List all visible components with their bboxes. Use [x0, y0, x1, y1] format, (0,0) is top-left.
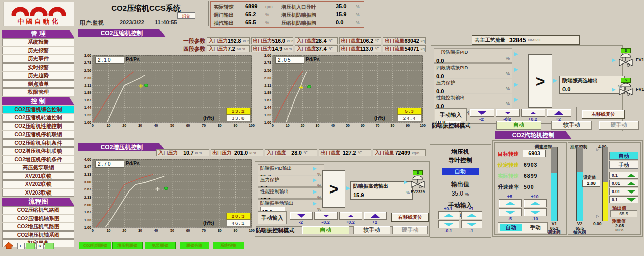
- nudge-amount: 0.1: [612, 197, 618, 202]
- sidebar-item[interactable]: CO2压缩机启机条件: [2, 139, 74, 147]
- reset-line-button[interactable]: 右移线复位: [582, 110, 625, 119]
- sidebar-item[interactable]: CO2压缩机停机联锁: [2, 131, 74, 139]
- nudge-button-+2[interactable]: [364, 212, 387, 220]
- chart-flow-box: 33.8: [226, 115, 251, 122]
- sidebar-item[interactable]: 权限管理: [2, 88, 74, 96]
- sidebar-item[interactable]: CO2增压机停机联锁: [2, 147, 74, 155]
- cyan-down-icon: [530, 211, 541, 214]
- bottom-bar-button[interactable]: 氨泵联锁: [145, 242, 176, 249]
- nav-right-button[interactable]: R: [36, 243, 44, 249]
- nudge-amount: 0.01: [612, 181, 620, 186]
- gv-nudge-up-button[interactable]: [461, 211, 482, 219]
- measure-unit: MPa: [615, 228, 623, 232]
- speed-mode-auto[interactable]: 自动: [500, 224, 522, 231]
- sidebar-item[interactable]: CO2增压机气路图: [2, 223, 74, 231]
- sidebar-item[interactable]: CO2压缩机性能控制: [2, 122, 74, 131]
- sidebar-item[interactable]: XV201联锁: [2, 172, 74, 180]
- chart-ratio-box: 2.70: [95, 161, 124, 168]
- mode-button-hard-manual[interactable]: 硬手动: [599, 121, 639, 130]
- nudge-button--0.2[interactable]: [314, 212, 338, 220]
- sidebar-item[interactable]: 系统报警: [2, 38, 74, 46]
- mode-button-soft-manual[interactable]: 软手动: [353, 226, 390, 234]
- speed-nudge-label: -10: [524, 216, 546, 221]
- sidebar-item[interactable]: 历史趋势: [2, 72, 74, 80]
- hmi-screen: 中國自動化 CO2压缩机CCS系统 消音 用户:监视 2023/3/22 11:…: [0, 0, 644, 256]
- sidebar-item[interactable]: CO2压缩机转速控制: [2, 114, 74, 122]
- signal-arrow-icon: [313, 190, 317, 194]
- sidebar-item[interactable]: 实时报警: [2, 63, 74, 72]
- svg-text:40: 40: [154, 229, 158, 232]
- nudge-label: +0.2: [339, 220, 361, 225]
- mode-button-hard-manual[interactable]: 硬手动: [392, 226, 428, 234]
- svg-text:10: 10: [107, 124, 111, 127]
- sidebar-item[interactable]: XV203联锁: [2, 189, 74, 197]
- compressor-stage4-chart: 3.002.782.562.332.111.891.671.441.221.00…: [259, 53, 426, 129]
- speed-mode-manual[interactable]: 手动: [525, 224, 545, 231]
- nudge-amount: 0.1: [612, 173, 618, 178]
- sidebar-item[interactable]: CO2增压机停机条件: [2, 156, 74, 164]
- signal-label: 四段防喘振PID: [436, 65, 510, 71]
- gv-nudge-down-button[interactable]: [461, 220, 482, 228]
- sidebar-item[interactable]: 高压氨泵联锁: [2, 164, 74, 172]
- svg-text:100: 100: [249, 124, 255, 127]
- speed-target-input[interactable]: 6903: [523, 150, 546, 157]
- nav-left-button[interactable]: L: [17, 243, 25, 249]
- process-flow-label: 去主工艺流量: [475, 37, 505, 44]
- reset-line-button[interactable]: 右移线复位: [391, 213, 429, 222]
- sidebar-item[interactable]: CO2压缩机轴系图: [2, 215, 74, 223]
- pressure-nudge-down-button[interactable]: 0.1: [609, 196, 638, 203]
- param-field-value: 14.9: [272, 46, 282, 52]
- sidebar-item[interactable]: 历史事件: [2, 55, 74, 63]
- sidebar-item[interactable]: XV202联锁: [2, 180, 74, 188]
- speed-nudge-up-button[interactable]: [499, 199, 522, 207]
- nudge-button-+0.2[interactable]: [521, 109, 545, 117]
- extraction-mode-auto[interactable]: 自动: [609, 152, 638, 160]
- svg-text:20: 20: [122, 124, 126, 127]
- extraction-mode-manual[interactable]: 手动: [609, 161, 638, 169]
- bottom-bar-button[interactable]: 系统报警: [213, 242, 244, 249]
- signal-block: 压力保护0.0%: [434, 79, 512, 93]
- stat-label: 抽汽输出: [214, 20, 234, 27]
- pressure-nudge-down-button[interactable]: 0.01: [609, 188, 638, 195]
- mute-button[interactable]: 消音: [177, 12, 195, 19]
- gv-nudge-up-button[interactable]: [438, 211, 459, 219]
- sidebar-item[interactable]: CO2增压机轴系图: [2, 231, 74, 239]
- nudge-button--0.2[interactable]: [496, 109, 520, 117]
- mode-button-soft-manual[interactable]: 软手动: [551, 121, 592, 130]
- sidebar-item[interactable]: CO2压缩机综合控制: [2, 106, 74, 114]
- svg-text:30: 30: [316, 124, 320, 127]
- svg-text:100: 100: [420, 124, 426, 127]
- svg-text:50: 50: [346, 124, 350, 127]
- mode-button-auto[interactable]: 自动: [496, 121, 541, 130]
- svg-text:2.33: 2.33: [84, 76, 91, 80]
- speed-nudge-up-button[interactable]: [524, 199, 547, 207]
- nudge-button--2[interactable]: [290, 212, 313, 220]
- param-field-label: 出口流量: [385, 38, 404, 44]
- pressure-nudge-up-button[interactable]: 0.01: [609, 180, 638, 187]
- bottom-bar-button[interactable]: 增压机联锁: [112, 242, 143, 249]
- nudge-triangle-icon: [505, 112, 511, 114]
- sidebar-item[interactable]: CO2压缩机气路图: [2, 206, 74, 214]
- svg-text:80: 80: [218, 124, 222, 127]
- manual-input-label: 手动输入: [435, 108, 467, 121]
- pressure-nudge-up-button[interactable]: 0.1: [609, 172, 638, 179]
- nudge-button-+0.2[interactable]: [339, 212, 362, 220]
- guide-vane-mode-button[interactable]: 自动: [442, 168, 479, 175]
- speed-nudge-down-button[interactable]: [524, 208, 547, 216]
- speed-nudge-down-button[interactable]: [499, 208, 522, 216]
- bar-fill: [603, 182, 608, 221]
- signal-unit: %: [506, 86, 510, 91]
- bottom-bar-button[interactable]: CO2机组联锁: [79, 242, 111, 249]
- chart-xlabel: (h%): [203, 220, 214, 226]
- sidebar-item[interactable]: 历史报警: [2, 47, 74, 55]
- process-flow-value: 32845: [509, 37, 526, 44]
- setpoint-input[interactable]: 2.08: [582, 180, 600, 187]
- gv-nudge-down-button[interactable]: [438, 220, 459, 228]
- svg-text:20: 20: [122, 229, 126, 232]
- nudge-button-+2[interactable]: [547, 109, 571, 117]
- nudge-button--2[interactable]: [470, 109, 494, 117]
- bottom-bar-button[interactable]: 联锁旁路: [180, 242, 209, 249]
- sidebar-item[interactable]: 测点清单: [2, 80, 74, 88]
- mode-button-auto[interactable]: 自动: [302, 226, 349, 234]
- home-icon[interactable]: [3, 242, 14, 249]
